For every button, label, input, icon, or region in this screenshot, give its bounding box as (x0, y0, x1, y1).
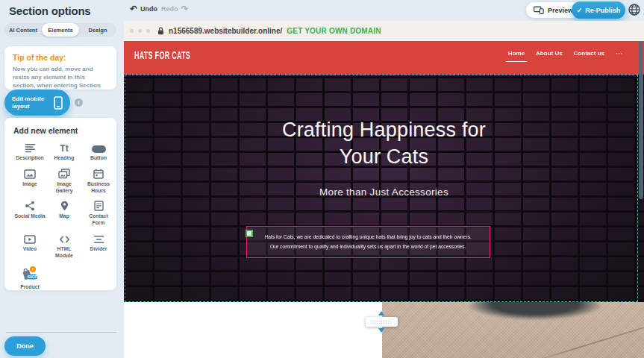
hero-heading[interactable]: Crafting Happiness for Your Cats (265, 117, 504, 171)
code-icon (59, 233, 70, 244)
add-new-element-card: Add new element Description Tt Heading B… (4, 118, 116, 290)
hero-paragraph-line: Hats for Cats, we are dedicated to craft… (265, 233, 472, 242)
browser-dot (130, 29, 134, 33)
hero-paragraph-selected[interactable]: Hats for Cats, we are dedicated to craft… (246, 226, 490, 258)
image-icon (24, 168, 36, 179)
element-image[interactable]: Image (13, 168, 46, 195)
redo-label: Redo (161, 5, 178, 13)
undo-button[interactable]: ↶ Undo (130, 5, 157, 13)
text-lines-icon (25, 142, 36, 153)
element-button[interactable]: Button (82, 142, 115, 162)
add-element-title: Add new element (13, 126, 116, 135)
element-contact-form[interactable]: Contact Form (82, 200, 115, 227)
globe-icon[interactable] (628, 3, 641, 16)
divider-icon (93, 233, 104, 244)
page-title: Section options (9, 4, 91, 17)
element-business-hours[interactable]: Business Hours (82, 168, 115, 195)
site-preview: n1566589.websitebuilder.online/ GET YOUR… (124, 21, 644, 358)
website-canvas: HATS FOR CATS Home About Us Contact us ⋯… (124, 41, 644, 358)
element-description[interactable]: Description (13, 142, 46, 162)
site-nav: Home About Us Contact us ⋯ (508, 50, 623, 57)
element-grid: Description Tt Heading Button Image (13, 142, 116, 290)
element-map[interactable]: Map (48, 200, 81, 227)
browser-bar: n1566589.websitebuilder.online/ GET YOUR… (124, 21, 644, 41)
contact-form-icon (94, 200, 104, 211)
panel-tabbar: AI Content Elements Design (4, 23, 116, 37)
nav-about-us[interactable]: About Us (536, 50, 563, 57)
edit-mobile-layout-button[interactable]: Edit mobile layout (4, 90, 70, 116)
site-url: n1566589.websitebuilder.online/ (169, 27, 282, 35)
undo-icon: ↶ (130, 5, 137, 13)
button-icon (92, 142, 106, 153)
republish-label: Re-Publish (585, 7, 620, 14)
element-html-module[interactable]: HTML Module (48, 233, 81, 260)
cat-silhouette (468, 302, 602, 320)
element-divider[interactable]: Divider (82, 233, 115, 260)
preview-label: Preview (548, 7, 573, 14)
undo-label: Undo (140, 5, 157, 13)
map-pin-icon (60, 200, 69, 211)
panel-divider (6, 332, 116, 333)
browser-dot (138, 29, 142, 33)
check-icon: ✓ (577, 7, 583, 14)
nav-home[interactable]: Home (508, 50, 525, 57)
browser-dot (146, 29, 150, 33)
phone-icon (54, 96, 63, 110)
nav-contact-us[interactable]: Contact us (574, 50, 604, 57)
drag-dots-icon (372, 320, 392, 324)
section-options-panel: AI Content Elements Design Tip of the da… (0, 21, 124, 358)
done-button[interactable]: Done (4, 336, 46, 356)
tab-ai-content[interactable]: AI Content (4, 23, 42, 37)
heading-tt-icon: Tt (60, 142, 68, 153)
edit-mobile-label: Edit mobile layout (12, 95, 49, 110)
app-root: Section options ↶ Undo Redo ↷ Preview ✓ … (0, 0, 644, 358)
devices-icon (534, 6, 544, 14)
topbar: Section options ↶ Undo Redo ↷ Preview ✓ … (0, 0, 644, 21)
redo-button[interactable]: Redo ↷ (161, 5, 189, 13)
lock-icon (157, 27, 164, 35)
hero-paragraph-line: Our commitment to quality and individual… (270, 242, 466, 251)
share-icon (25, 200, 35, 211)
cat-carpet-image (382, 302, 644, 358)
site-header: HATS FOR CATS Home About Us Contact us ⋯ (124, 41, 644, 75)
svg-text:SHOP: SHOP (27, 275, 37, 279)
tab-elements[interactable]: Elements (42, 23, 79, 37)
get-domain-link[interactable]: GET YOUR OWN DOMAIN (287, 27, 381, 35)
element-product-gallery[interactable]: !SHOP Product Gallery (13, 266, 46, 290)
video-icon (24, 233, 36, 244)
image-gallery-icon (58, 168, 70, 179)
element-social-media[interactable]: Social Media (13, 200, 46, 227)
arrow-down-icon (378, 328, 384, 333)
arrow-up-icon (378, 311, 384, 315)
preview-scrollbar[interactable] (639, 41, 643, 199)
element-image-gallery[interactable]: Image Gallery (48, 168, 81, 195)
tab-design[interactable]: Design (79, 23, 116, 37)
element-drag-handle[interactable] (246, 230, 253, 237)
site-logo[interactable]: HATS FOR CATS (134, 49, 190, 61)
nav-more-icon[interactable]: ⋯ (616, 51, 623, 57)
republish-button[interactable]: ✓ Re-Publish (572, 1, 625, 19)
redo-icon: ↷ (181, 5, 189, 13)
business-hours-icon (93, 168, 104, 179)
section-resize-handle[interactable] (366, 317, 398, 327)
element-heading[interactable]: Tt Heading (48, 142, 81, 162)
tip-title: Tip of the day: (13, 53, 108, 62)
svg-text:!: ! (32, 267, 34, 271)
hero-section[interactable]: Crafting Happiness for Your Cats More th… (124, 75, 644, 302)
info-icon[interactable]: i (75, 98, 83, 107)
product-gallery-icon: !SHOP (20, 266, 40, 282)
element-video[interactable]: Video (13, 233, 46, 260)
tip-of-the-day-card: Tip of the day: Now you can add, move an… (4, 46, 116, 90)
hero-subheading[interactable]: More than Just Accessories (235, 186, 534, 198)
